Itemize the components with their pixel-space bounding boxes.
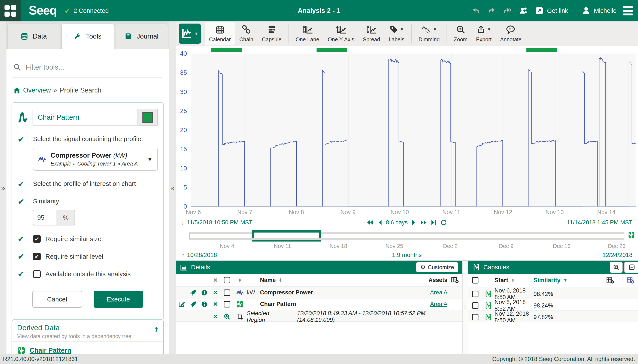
tab-journal[interactable]: Journal xyxy=(115,24,168,49)
panel-splitter-handle[interactable]: ‖ xyxy=(462,261,468,354)
tool-name-input[interactable] xyxy=(32,109,137,126)
remove-icon[interactable]: ✕ xyxy=(210,289,221,296)
tab-tools[interactable]: Tools xyxy=(62,24,114,49)
timeline-track[interactable] xyxy=(189,232,624,240)
connection-status[interactable]: ✔ 2 Connected xyxy=(64,6,109,15)
auto-update-icon[interactable] xyxy=(440,219,447,226)
capsule-row[interactable]: Nov 8, 2018 8:52 AM 98.24% xyxy=(468,299,638,310)
timeline-selection-window[interactable] xyxy=(252,230,320,242)
signal-select[interactable]: Compressor Power (kW) Example » Cooling … xyxy=(33,148,158,171)
option-checkbox-2[interactable] xyxy=(33,270,41,278)
user-menu[interactable]: Michelle xyxy=(582,6,616,16)
get-link-button[interactable]: Get link xyxy=(534,6,568,16)
capsule-bar[interactable] xyxy=(211,48,242,52)
tab-data[interactable]: Data xyxy=(8,24,60,49)
edit-icon[interactable] xyxy=(176,300,188,308)
capsule-bar[interactable] xyxy=(316,48,347,52)
collapse-capsules-button[interactable] xyxy=(624,262,638,273)
step-forward-many-icon[interactable] xyxy=(420,219,427,226)
capsule-bar[interactable] xyxy=(526,48,557,52)
cancel-button[interactable]: Cancel xyxy=(32,291,82,308)
row-name[interactable]: Chair Pattern xyxy=(260,301,394,308)
derived-item-chair-pattern[interactable]: Chair Pattern xyxy=(30,347,71,354)
capsule-row[interactable]: Nov 12, 2018 8:50 AM 97.82% xyxy=(468,310,638,322)
toolbar-calendar-button[interactable]: Calendar xyxy=(205,22,235,45)
info-icon[interactable] xyxy=(199,301,210,308)
step-to-now-icon[interactable] xyxy=(431,219,436,226)
y-tick-label: 15 xyxy=(180,146,187,153)
crop-region-icon[interactable] xyxy=(233,313,247,320)
remove-all-icon[interactable]: ✕ xyxy=(210,277,221,284)
name-column-header[interactable]: Name▲▼ xyxy=(260,277,394,284)
display-range-end[interactable]: 11/14/2018 1:45 PM MST xyxy=(567,219,632,226)
toolbar-one-lane-button[interactable]: One Lane xyxy=(292,22,324,45)
capsule-checkbox[interactable] xyxy=(468,291,482,297)
capsule-checkbox[interactable] xyxy=(468,302,482,309)
breadcrumb-overview[interactable]: Overview xyxy=(23,86,51,94)
send-to-icon[interactable] xyxy=(188,289,199,296)
capsule-checkbox[interactable] xyxy=(468,314,482,320)
timeline-capsule-icon[interactable] xyxy=(628,231,635,238)
execute-button[interactable]: Execute xyxy=(94,291,143,308)
collapse-chevron-icon[interactable]: ⤴︎ xyxy=(154,326,158,334)
investigate-range-end[interactable]: 12/24/2018 xyxy=(602,252,632,258)
row-asset-link[interactable]: Area A xyxy=(394,289,448,296)
add-column-icon[interactable] xyxy=(598,276,622,284)
collapse-tools-panel-handle[interactable]: « xyxy=(169,22,176,354)
investigate-range-duration[interactable]: 1.9 months xyxy=(392,252,422,258)
toolbar-labels-button[interactable]: ▼ Labels xyxy=(384,22,409,45)
toolbar-one-y-axis-button[interactable]: One Y-Axis xyxy=(324,22,358,45)
similarity-column-header[interactable]: Similarity▼ xyxy=(534,277,598,284)
expand-left-panel-handle[interactable]: » xyxy=(0,22,6,354)
toolbar-annotate-button[interactable]: Annotate xyxy=(496,22,526,45)
selected-region-range: 12/20/2018 8:49:33 AM - 12/20/2018 10:57… xyxy=(297,310,462,323)
toolbar-chain-button[interactable]: Chain xyxy=(235,22,258,45)
home-icon[interactable] xyxy=(13,87,20,94)
capsule-row[interactable]: Nov 6, 2018 8:50 AM 98.42% xyxy=(468,287,638,299)
toolbar-dimming-button[interactable]: ▼ Dimming xyxy=(414,22,444,45)
filter-tools-input[interactable] xyxy=(25,63,162,72)
trend-chart[interactable]: 0510152025303540 xyxy=(190,54,636,207)
row-asset-link[interactable]: Area A xyxy=(394,301,448,308)
row-checkbox[interactable] xyxy=(221,301,233,308)
add-column-blue-icon[interactable] xyxy=(623,276,638,284)
option-checkbox-0[interactable]: ✔ xyxy=(33,235,41,243)
chart-type-button[interactable]: ▼ xyxy=(178,24,201,44)
step-forward-icon[interactable] xyxy=(412,219,416,226)
send-to-icon[interactable] xyxy=(188,301,199,308)
investigate-range-start[interactable]: 10/28/2018 xyxy=(187,252,217,258)
select-all-checkbox[interactable] xyxy=(221,277,233,283)
zoom-to-capsule-button[interactable] xyxy=(610,262,622,273)
step-back-icon[interactable] xyxy=(378,219,382,226)
remove-icon[interactable]: ✕ xyxy=(210,300,221,308)
select-all-capsules-checkbox[interactable] xyxy=(468,277,482,284)
row-checkbox[interactable] xyxy=(221,290,233,296)
color-picker[interactable] xyxy=(137,109,158,126)
remove-region-icon[interactable]: ✕ xyxy=(210,313,221,320)
toolbar-spread-button[interactable]: Spread xyxy=(358,22,384,45)
display-range-start[interactable]: 11/5/2018 10:50 PM MST xyxy=(187,219,252,226)
hamburger-menu-icon[interactable] xyxy=(623,6,632,16)
toolbar-export-button[interactable]: ▼ Export xyxy=(472,22,496,45)
similarity-input[interactable] xyxy=(33,210,57,226)
display-range-duration[interactable]: 8.6 days xyxy=(386,219,408,226)
info-icon[interactable] xyxy=(199,289,210,296)
start-column-header[interactable]: Start▲▼ xyxy=(494,277,534,284)
redo-icon[interactable] xyxy=(487,6,496,16)
toolbar-capsule-button[interactable]: Capsule xyxy=(258,22,286,45)
app-grid-button[interactable] xyxy=(0,0,20,22)
share-forward-icon[interactable] xyxy=(503,6,512,16)
option-checkbox-1[interactable]: ✔ xyxy=(33,253,41,260)
y-tick-label: 10 xyxy=(180,165,187,172)
assets-column-header[interactable]: Assets xyxy=(394,277,448,284)
undo-icon[interactable] xyxy=(471,6,480,16)
add-column-icon[interactable] xyxy=(448,276,462,284)
toolbar-zoom-button[interactable]: Zoom xyxy=(450,22,472,45)
annotate-icon xyxy=(506,25,516,34)
users-icon[interactable] xyxy=(519,6,528,16)
zoom-to-region-icon[interactable] xyxy=(221,313,233,320)
customize-button[interactable]: ⚙︎ Customize xyxy=(416,262,458,272)
row-name[interactable]: Compressor Power xyxy=(260,289,394,296)
sort-icon[interactable]: ▲▼ xyxy=(233,278,247,282)
step-back-many-icon[interactable] xyxy=(366,219,374,226)
